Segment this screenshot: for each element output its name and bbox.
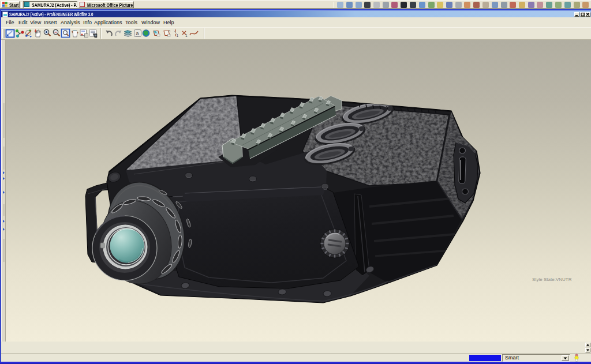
svg-text:1: 1 (185, 33, 188, 37)
svg-text:a: a (136, 31, 139, 36)
